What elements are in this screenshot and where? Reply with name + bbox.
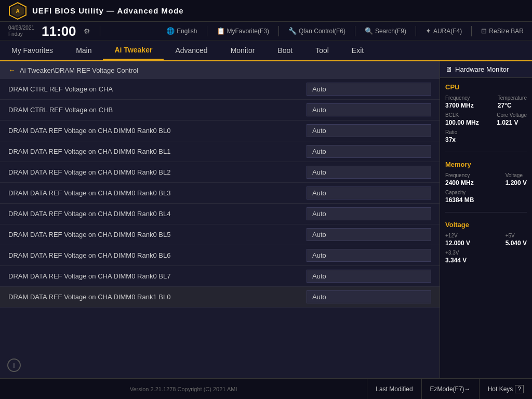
question-icon: ? <box>515 385 524 393</box>
cpu-ratio-row: Ratio 37x <box>445 129 527 143</box>
last-modified-button[interactable]: Last Modified <box>367 379 421 399</box>
setting-label-2: DRAM DATA REF Voltage on CHA DIMM0 Rank0… <box>8 127 307 135</box>
table-row: DRAM DATA REF Voltage on CHA DIMM0 Rank1… <box>0 287 440 308</box>
search-label: Search(F9) <box>375 28 406 35</box>
nav-boot[interactable]: Boot <box>266 41 304 60</box>
language-icon: 🌐 <box>166 27 175 35</box>
nav-ai-tweaker[interactable]: Ai Tweaker <box>103 41 164 60</box>
setting-label-0: DRAM CTRL REF Voltage on CHA <box>8 85 307 93</box>
nav-exit[interactable]: Exit <box>340 41 375 60</box>
footer-actions: Last Modified EzMode(F7)→ Hot Keys ? <box>367 379 532 399</box>
copyright-text: Version 2.21.1278 Copyright (C) 2021 AMI <box>0 386 367 392</box>
aura-tool[interactable]: ✦ AURA(F4) <box>425 27 462 35</box>
setting-label-3: DRAM DATA REF Voltage on CHA DIMM0 Rank0… <box>8 148 307 155</box>
hot-keys-button[interactable]: Hot Keys ? <box>479 379 532 399</box>
table-row: DRAM DATA REF Voltage on CHA DIMM0 Rank0… <box>0 245 440 266</box>
mem-freq-voltage-row: Frequency 2400 MHz Voltage 1.200 V <box>445 172 527 187</box>
divider4 <box>355 26 355 36</box>
divider <box>100 26 100 36</box>
last-modified-label: Last Modified <box>376 385 413 393</box>
cpu-bclk-value: 100.00 MHz <box>445 119 479 126</box>
setting-value-3[interactable]: Auto <box>307 145 431 158</box>
info-circle-button[interactable]: i <box>7 358 21 372</box>
logo: A UEFI BIOS Utility — Advanced Mode <box>8 2 184 20</box>
breadcrumb-bar: ← Ai Tweaker\DRAM REF Voltage Control <box>0 61 440 79</box>
divider2 <box>207 26 207 36</box>
setting-value-6[interactable]: Auto <box>307 207 431 220</box>
cpu-temp-label: Temperature <box>498 95 527 101</box>
day-text: Friday <box>8 31 34 37</box>
mem-voltage-value: 1.200 V <box>506 179 527 187</box>
time-text: 11:00 <box>42 24 76 38</box>
nav-main[interactable]: Main <box>64 41 103 60</box>
cpu-voltage-value: 1.021 V <box>497 119 527 126</box>
back-arrow-icon[interactable]: ← <box>8 66 16 74</box>
nav-bar: My Favorites Main Ai Tweaker Advanced Mo… <box>0 41 532 61</box>
setting-value-9[interactable]: Auto <box>307 270 431 283</box>
mem-capacity-label: Capacity <box>445 190 474 195</box>
volt-33-col: +3.3V 3.344 V <box>445 250 467 264</box>
mem-freq-value: 2400 MHz <box>445 179 474 187</box>
search-tool[interactable]: 🔍 Search(F9) <box>365 27 406 35</box>
mem-capacity-value: 16384 MB <box>445 196 474 204</box>
language-label: English <box>177 28 197 35</box>
cpu-temp-col: Temperature 27°C <box>498 95 527 109</box>
header-tools: 🌐 English 📋 MyFavorite(F3) 🔧 Qfan Contro… <box>166 26 524 36</box>
table-row: DRAM DATA REF Voltage on CHA DIMM0 Rank0… <box>0 162 440 183</box>
settings-icon[interactable]: ⚙ <box>84 27 90 35</box>
cpu-section-title: CPU <box>445 83 527 91</box>
table-row: DRAM DATA REF Voltage on CHA DIMM0 Rank0… <box>0 183 440 204</box>
table-row: DRAM CTRL REF Voltage on CHA Auto <box>0 79 440 100</box>
resize-icon: ⊡ <box>481 27 487 35</box>
info-icon: i <box>14 362 15 369</box>
bios-title: UEFI BIOS Utility — Advanced Mode <box>32 6 184 15</box>
nav-advanced[interactable]: Advanced <box>164 41 219 60</box>
language-tool[interactable]: 🌐 English <box>166 27 197 35</box>
setting-label-9: DRAM DATA REF Voltage on CHA DIMM0 Rank0… <box>8 272 307 280</box>
resize-label: ReSize BAR <box>489 28 524 35</box>
hot-keys-label: Hot Keys <box>488 385 513 393</box>
ez-mode-label: EzMode(F7)→ <box>430 385 471 393</box>
setting-value-4[interactable]: Auto <box>307 166 431 179</box>
monitor-icon: 🖥 <box>445 65 452 73</box>
hw-monitor-label: Hardware Monitor <box>455 65 509 73</box>
cpu-freq-value: 3700 MHz <box>445 102 474 109</box>
nav-tool[interactable]: Tool <box>304 41 340 60</box>
myfavorite-tool[interactable]: 📋 MyFavorite(F3) <box>217 27 269 35</box>
setting-value-0[interactable]: Auto <box>307 83 431 96</box>
nav-my-favorites[interactable]: My Favorites <box>0 41 64 60</box>
hw-monitor-title: 🖥 Hardware Monitor <box>440 61 532 78</box>
memory-section-title: Memory <box>445 161 527 168</box>
ez-mode-button[interactable]: EzMode(F7)→ <box>421 379 479 399</box>
volt-5-col: +5V 5.040 V <box>506 233 527 247</box>
cpu-bclk-label: BCLK <box>445 112 479 118</box>
cpu-freq-col: Frequency 3700 MHz <box>445 95 474 109</box>
cpu-ratio-value: 37x <box>445 136 457 143</box>
setting-value-2[interactable]: Auto <box>307 124 431 137</box>
cpu-voltage-label: Core Voltage <box>497 112 527 118</box>
search-icon: 🔍 <box>365 27 373 35</box>
setting-value-8[interactable]: Auto <box>307 249 431 262</box>
volt-33-label: +3.3V <box>445 250 467 256</box>
aura-icon: ✦ <box>425 27 431 35</box>
setting-value-1[interactable]: Auto <box>307 103 431 116</box>
setting-label-8: DRAM DATA REF Voltage on CHA DIMM0 Rank0… <box>8 251 307 259</box>
cpu-bclk-col: BCLK 100.00 MHz <box>445 112 479 126</box>
setting-value-10[interactable]: Auto <box>307 290 431 303</box>
table-row: DRAM DATA REF Voltage on CHA DIMM0 Rank0… <box>0 141 440 162</box>
mem-voltage-col: Voltage 1.200 V <box>506 172 527 187</box>
cpu-freq-temp-row: Frequency 3700 MHz Temperature 27°C <box>445 95 527 109</box>
memory-section: Memory Frequency 2400 MHz Voltage 1.200 … <box>440 155 532 209</box>
nav-monitor[interactable]: Monitor <box>219 41 267 60</box>
resize-tool[interactable]: ⊡ ReSize BAR <box>481 27 524 35</box>
datetime-bar: 04/09/2021 Friday 11:00 ⚙ 🌐 English 📋 My… <box>0 22 532 41</box>
setting-value-7[interactable]: Auto <box>307 228 431 241</box>
content-area: ← Ai Tweaker\DRAM REF Voltage Control DR… <box>0 61 440 378</box>
qfan-tool[interactable]: 🔧 Qfan Control(F6) <box>288 27 345 35</box>
setting-value-5[interactable]: Auto <box>307 187 431 200</box>
qfan-icon: 🔧 <box>288 27 297 35</box>
cpu-ratio-label: Ratio <box>445 129 457 135</box>
divider3 <box>278 26 279 36</box>
volt-12-col: +12V 12.000 V <box>445 233 470 247</box>
setting-label-10: DRAM DATA REF Voltage on CHA DIMM0 Rank1… <box>8 293 307 301</box>
